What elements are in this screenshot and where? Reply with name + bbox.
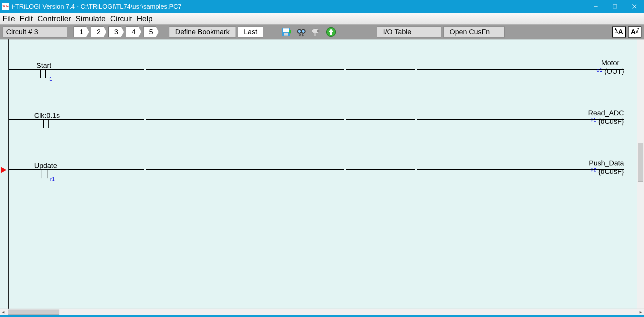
contact-start[interactable]: Start i1 [34, 61, 54, 78]
horizontal-scrollbar[interactable]: ◄ ► [0, 309, 644, 315]
up-arrow-icon: ▲ [614, 27, 617, 30]
find-icon[interactable] [295, 26, 308, 37]
svg-rect-6 [284, 33, 288, 36]
coil-shape: (OUT) [604, 67, 624, 76]
window-title: i-TRiLOGI Version 7.4 - C:\TRiLOGI\TL74\… [12, 3, 182, 10]
svg-rect-8 [289, 30, 291, 32]
svg-point-11 [298, 30, 301, 33]
scroll-left-icon[interactable]: ◄ [0, 309, 6, 315]
vertical-scroll-thumb[interactable] [638, 143, 643, 182]
contact-label: Update [34, 162, 57, 170]
coil-label: Motor [597, 59, 624, 67]
coil-shape: {dCusF} [599, 167, 624, 176]
upload-icon[interactable] [325, 26, 337, 37]
maximize-button[interactable] [605, 0, 625, 13]
menu-simulate[interactable]: Simulate [75, 14, 106, 24]
window-bottom-border [0, 315, 644, 317]
menu-help[interactable]: Help [136, 14, 153, 24]
bookmark-5[interactable]: 5 [143, 26, 159, 37]
coil-read-adc[interactable]: Read_ADC F1 {dCusF} [588, 109, 624, 126]
menu-file[interactable]: File [2, 14, 16, 24]
svg-point-17 [317, 30, 319, 32]
font-increase-button[interactable]: ▲ AA [612, 26, 626, 37]
last-button[interactable]: Last [238, 26, 264, 37]
io-table-button[interactable]: I/O Table [377, 26, 441, 37]
font-decrease-button[interactable]: ▼ AA [628, 26, 641, 37]
save-icon[interactable] [280, 26, 293, 37]
contact-icon: i1 [34, 69, 54, 78]
app-icon: TL74 [2, 3, 9, 10]
contact-clk[interactable]: Clk:0.1s [34, 111, 60, 128]
contact-icon: r1 [36, 169, 55, 178]
coil-shape: {dCusF} [599, 117, 624, 126]
contact-tag: r1 [50, 176, 55, 182]
svg-rect-15 [302, 33, 304, 36]
rung-1[interactable]: Start i1 Motor o1 (OUT) [8, 46, 624, 91]
minimize-button[interactable] [586, 0, 605, 13]
contact-label: Start [34, 61, 54, 70]
menu-circuit[interactable]: Circuit [109, 14, 133, 24]
coil-tag: o1 [597, 67, 602, 73]
titlebar: TL74 i-TRiLOGI Version 7.4 - C:\TRiLOGI\… [0, 0, 644, 13]
rung-3[interactable]: Update r1 Push_Data F2 {dCusF} [8, 146, 624, 191]
bookmark-4[interactable]: 4 [126, 26, 141, 37]
contact-icon [37, 119, 57, 128]
coil-tag: F2 [590, 167, 597, 173]
coil-tag: F1 [590, 117, 597, 123]
open-cusfn-button[interactable]: Open CusFn [443, 26, 505, 37]
camera-icon[interactable] [310, 26, 323, 37]
svg-rect-18 [314, 33, 316, 36]
contact-tag: i1 [48, 76, 52, 82]
bookmark-2[interactable]: 2 [91, 26, 106, 37]
menu-edit[interactable]: Edit [19, 14, 34, 24]
bookmark-1[interactable]: 1 [74, 26, 89, 37]
menu-controller[interactable]: Controller [37, 14, 72, 24]
horizontal-scroll-thumb[interactable] [8, 310, 59, 315]
bookmark-3[interactable]: 3 [108, 26, 124, 37]
current-rung-marker-icon [1, 167, 6, 173]
coil-label: Read_ADC [588, 109, 624, 117]
scroll-right-icon[interactable]: ► [638, 309, 644, 315]
svg-rect-13 [301, 31, 302, 32]
svg-rect-1 [613, 5, 617, 8]
coil-motor[interactable]: Motor o1 (OUT) [597, 59, 624, 76]
close-button[interactable] [625, 0, 644, 13]
ladder-editor[interactable]: Start i1 Motor o1 (OUT) Clk:0.1s [0, 39, 637, 309]
coil-push-data[interactable]: Push_Data F2 {dCusF} [589, 159, 624, 176]
contact-update[interactable]: Update r1 [34, 162, 57, 178]
circuit-number-label[interactable]: Circuit # 3 [3, 26, 67, 37]
toolbar: Circuit # 3 1 2 3 4 5 Define Bookmark La… [0, 25, 644, 39]
down-arrow-icon: ▼ [637, 27, 640, 30]
rung-2[interactable]: Clk:0.1s Read_ADC F1 {dCusF} [8, 96, 624, 141]
svg-rect-5 [283, 28, 289, 32]
svg-rect-14 [299, 33, 301, 36]
menubar: File Edit Controller Simulate Circuit He… [0, 13, 644, 25]
define-bookmark-button[interactable]: Define Bookmark [169, 26, 236, 37]
vertical-scrollbar[interactable] [637, 39, 644, 309]
coil-label: Push_Data [589, 159, 624, 167]
contact-label: Clk:0.1s [34, 111, 60, 120]
svg-point-12 [302, 30, 305, 33]
horizontal-scroll-track[interactable] [6, 309, 638, 315]
